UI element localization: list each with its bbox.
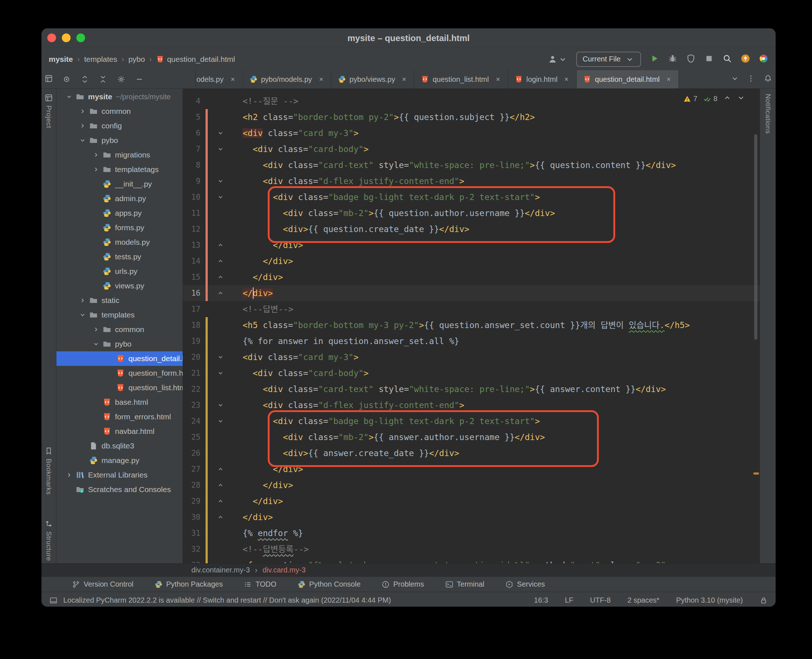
title-bar[interactable]: mysite – question_detail.html (41, 28, 776, 48)
chevron-right-icon[interactable] (93, 166, 99, 173)
code-line[interactable]: 15 </div> (183, 269, 760, 285)
code-line[interactable]: 23 <div class="d-flex justify-content-en… (183, 397, 760, 413)
editor-tab[interactable]: odels.py (196, 70, 243, 88)
tool-window-button-todo[interactable]: TODO (244, 580, 276, 588)
editor-tab[interactable]: login.html (508, 70, 577, 88)
close-tab-icon[interactable] (563, 76, 570, 82)
tool-window-button-python-packages[interactable]: Python Packages (155, 580, 223, 588)
tool-window-button-python-console[interactable]: Python Console (298, 580, 361, 588)
editor-tab[interactable]: pybo/views.py (331, 70, 415, 88)
fold-gutter[interactable] (208, 173, 227, 189)
caret-position[interactable]: 16:3 (534, 596, 548, 604)
tree-item-question-list-html[interactable]: question_list.html (57, 380, 183, 395)
code-line[interactable]: 13 </div> (183, 237, 760, 253)
chevron-down-icon[interactable] (93, 341, 99, 347)
code-line[interactable]: 18<h5 class="border-bottom my-3 py-2">{{… (183, 317, 760, 333)
browser-button[interactable] (759, 54, 768, 65)
fold-gutter[interactable] (208, 365, 227, 381)
fold-gutter[interactable] (208, 301, 227, 317)
editor-tab[interactable]: pybo/models.py (243, 70, 331, 88)
update-button[interactable] (741, 54, 750, 65)
close-tab-icon[interactable] (318, 76, 325, 82)
tool-windows-toggle-icon[interactable] (49, 596, 57, 604)
notifications-bell-button[interactable] (764, 74, 772, 84)
tree-item-views-py[interactable]: views.py (57, 279, 183, 293)
breadcrumb-item[interactable]: pybo (128, 55, 145, 64)
tree-item-static[interactable]: static (57, 293, 183, 308)
code-line[interactable]: 5<h2 class="border-bottom py-2">{{ quest… (183, 109, 760, 125)
user-menu[interactable] (548, 55, 568, 64)
code-line[interactable]: 30</div> (183, 509, 760, 525)
fold-open-icon[interactable] (217, 370, 224, 377)
tree-item-pybo[interactable]: pybo (57, 133, 183, 148)
tool-window-button-terminal[interactable]: Terminal (445, 580, 484, 588)
fold-gutter[interactable] (208, 269, 227, 285)
code-line[interactable]: 11 <div class="mb-2">{{ question.author.… (183, 205, 760, 221)
code-line[interactable]: 28 </div> (183, 477, 760, 493)
indent-setting[interactable]: 2 spaces* (628, 596, 659, 604)
code-line[interactable]: 21 <div class="card-body"> (183, 365, 760, 381)
line-separator[interactable]: LF (565, 596, 573, 604)
fold-gutter[interactable] (208, 93, 227, 109)
tree-item-question-detail-html[interactable]: question_detail.html (57, 351, 183, 366)
locate-file-button[interactable] (63, 75, 71, 83)
tree-item--init-py[interactable]: __init__.py (57, 177, 183, 191)
fold-close-icon[interactable] (217, 274, 224, 281)
code-line[interactable]: 22 <div class="card-text" style="white-s… (183, 381, 760, 397)
fold-close-icon[interactable] (217, 466, 224, 473)
code-line[interactable]: 10 <div class="badge bg-light text-dark … (183, 189, 760, 205)
debug-button[interactable] (668, 54, 677, 65)
collapse-all-button[interactable] (99, 75, 107, 83)
tool-stripe-bookmarks[interactable]: Bookmarks (41, 447, 56, 495)
chevron-right-icon[interactable] (66, 472, 73, 478)
fold-open-icon[interactable] (217, 194, 224, 200)
chevron-right-icon[interactable] (79, 123, 86, 129)
tree-item-models-py[interactable]: models.py (57, 235, 183, 249)
search-everywhere-button[interactable] (722, 54, 732, 65)
coverage-button[interactable] (686, 54, 695, 65)
fold-close-icon[interactable] (217, 242, 224, 248)
expand-all-button[interactable] (81, 75, 89, 83)
error-stripe-mark[interactable] (754, 473, 759, 475)
settings-button[interactable] (117, 75, 125, 83)
fold-gutter[interactable] (208, 541, 227, 557)
fold-gutter[interactable] (208, 445, 227, 461)
chevron-right-icon[interactable] (79, 108, 86, 115)
readonly-lock-icon[interactable] (760, 596, 768, 604)
project-tool-button[interactable] (45, 74, 53, 84)
status-message[interactable]: Localized PyCharm 2022.2.2 is available … (63, 596, 391, 604)
code-editor[interactable]: 4<!--질문 -->5<h2 class="border-bottom py-… (183, 89, 760, 563)
fold-gutter[interactable] (208, 557, 227, 563)
tool-stripe-project[interactable]: Project (41, 94, 56, 128)
tree-item-external-libraries[interactable]: External Libraries (57, 468, 183, 482)
fold-gutter[interactable] (208, 349, 227, 365)
breadcrumb-item[interactable]: templates (84, 55, 117, 64)
tool-stripe-notifications[interactable]: Notifications (760, 94, 776, 134)
fold-open-icon[interactable] (217, 178, 224, 184)
code-line[interactable]: 17<!--답변--> (183, 301, 760, 317)
typos-count[interactable]: 8 (703, 95, 717, 103)
chevron-down-icon[interactable] (79, 312, 86, 318)
code-line[interactable]: 6<div class="card my-3"> (183, 125, 760, 141)
chevron-right-icon[interactable] (93, 326, 99, 333)
tab-options-button[interactable] (747, 74, 755, 84)
fold-gutter[interactable] (208, 429, 227, 445)
stop-button[interactable] (704, 54, 714, 65)
fold-open-icon[interactable] (217, 418, 224, 424)
code-line[interactable]: 14 </div> (183, 253, 760, 269)
next-problem-button[interactable] (737, 94, 745, 104)
inspections-widget[interactable]: 78 (683, 94, 745, 104)
fold-gutter[interactable] (208, 253, 227, 269)
fold-gutter[interactable] (208, 141, 227, 157)
fold-gutter[interactable] (208, 397, 227, 413)
tree-item-db-sqlite3[interactable]: db.sqlite3 (57, 438, 183, 453)
code-line[interactable]: 9 <div class="d-flex justify-content-end… (183, 173, 760, 189)
tree-item-base-html[interactable]: base.html (57, 395, 183, 410)
fold-close-icon[interactable] (217, 514, 224, 520)
tree-item-form-errors-html[interactable]: form_errors.html (57, 410, 183, 424)
fold-gutter[interactable] (208, 285, 227, 301)
fold-gutter[interactable] (208, 125, 227, 141)
fold-gutter[interactable] (208, 237, 227, 253)
code-line[interactable]: 20<div class="card my-3"> (183, 349, 760, 365)
tree-item-templates[interactable]: templates (57, 308, 183, 322)
